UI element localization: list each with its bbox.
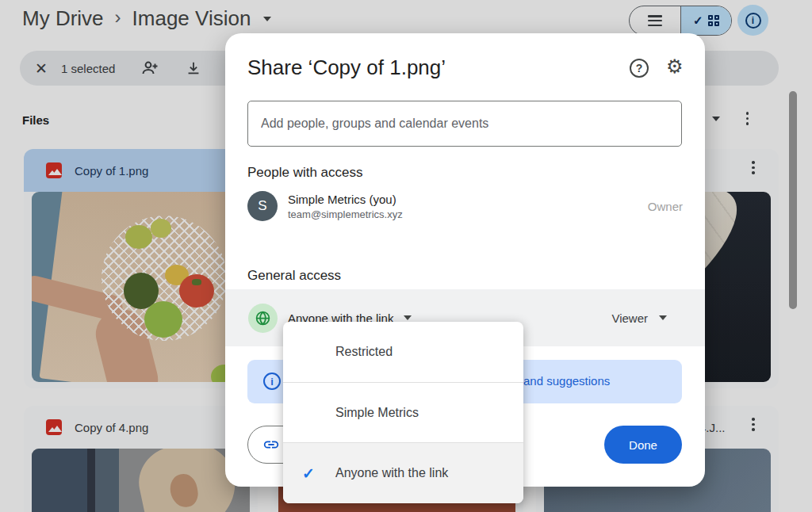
- menu-item-simple-metrics[interactable]: Simple Metrics: [283, 382, 523, 443]
- menu-item-anyone-with-link[interactable]: ✓ Anyone with the link: [283, 442, 523, 503]
- person-email: team@simplemetrics.xyz: [288, 208, 403, 220]
- person-role: Owner: [648, 200, 683, 213]
- help-icon: ?: [636, 62, 643, 75]
- access-caret-icon: [404, 315, 412, 320]
- add-people-input[interactable]: [247, 101, 682, 147]
- menu-item-label: Anyone with the link: [335, 466, 448, 480]
- menu-item-label: Restricted: [335, 345, 393, 359]
- google-drive-screen: My Drive › Image Vision ✓ i ✕ 1 selected: [0, 0, 812, 512]
- role-value: Viewer: [611, 311, 648, 325]
- banner-text-fragment: and suggestions: [523, 374, 610, 388]
- person-meta: Simple Metrics (you) team@simplemetrics.…: [288, 193, 403, 220]
- globe-chip: [248, 304, 278, 333]
- person-name: Simple Metrics (you): [288, 193, 403, 206]
- avatar: S: [247, 191, 278, 221]
- person-row: S Simple Metrics (you) team@simplemetric…: [247, 190, 683, 222]
- general-access-heading: General access: [247, 268, 341, 284]
- share-settings-button[interactable]: ⚙: [666, 55, 684, 78]
- dialog-title: Share ‘Copy of 1.png’: [247, 55, 446, 80]
- globe-icon: [255, 310, 271, 327]
- check-icon: ✓: [302, 464, 335, 483]
- general-access-dropdown: Restricted Simple Metrics ✓ Anyone with …: [283, 322, 523, 503]
- people-with-access-heading: People with access: [247, 165, 363, 181]
- menu-item-restricted[interactable]: Restricted: [283, 322, 523, 382]
- menu-item-label: Simple Metrics: [335, 406, 419, 420]
- help-button[interactable]: ?: [630, 59, 649, 78]
- done-button[interactable]: Done: [604, 426, 682, 464]
- link-icon: [262, 436, 280, 453]
- role-caret-icon: [659, 315, 667, 320]
- role-select[interactable]: Viewer: [611, 311, 667, 325]
- gear-icon: ⚙: [666, 55, 684, 78]
- banner-info-icon: i: [263, 373, 281, 390]
